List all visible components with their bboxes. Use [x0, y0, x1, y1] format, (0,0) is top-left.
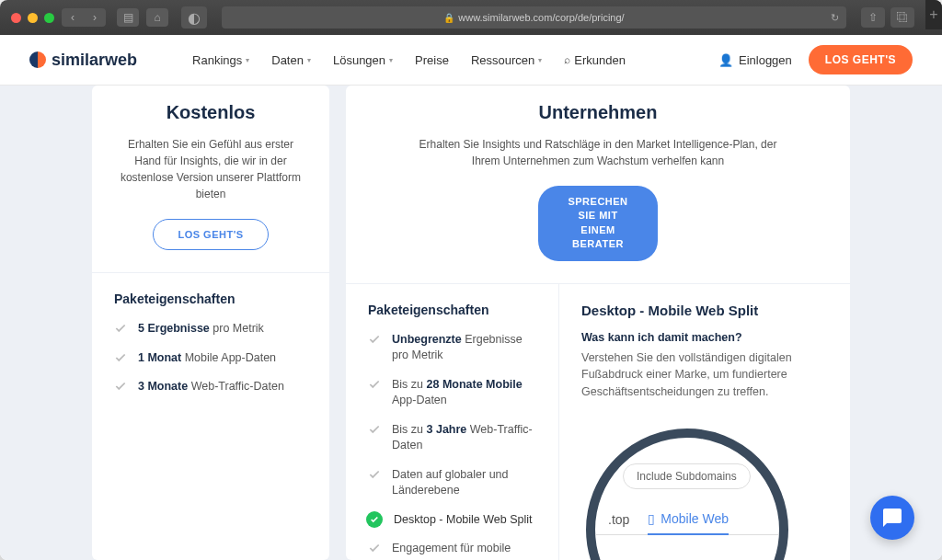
plan-enterprise-title: Unternehmen: [368, 102, 828, 123]
check-icon: [368, 378, 381, 391]
preview-tab-desktop: .top: [608, 511, 629, 535]
plan-enterprise-features: Paketeigenschaften Unbegrenzte Ergebniss…: [346, 284, 558, 560]
feature-item[interactable]: Unbegrenzte Ergebnisse pro Metrik: [368, 332, 536, 364]
address-bar[interactable]: 🔒 www.similarweb.com/corp/de/pricing/ ↻: [222, 6, 846, 29]
logo-icon: [29, 51, 46, 68]
check-icon: [368, 333, 381, 346]
site-header: similarweb Rankings▾ Daten▾ Lösungen▾ Pr…: [0, 35, 942, 86]
chevron-down-icon: ▾: [246, 56, 249, 64]
nav-loesungen[interactable]: Lösungen▾: [333, 53, 393, 67]
main-nav: Rankings▾ Daten▾ Lösungen▾ Preise Ressou…: [192, 53, 626, 67]
browser-chrome: ‹ › ▤ ⌂ ◐ 🔒 www.similarweb.com/corp/de/p…: [0, 0, 942, 35]
feature-item[interactable]: Bis zu 28 Monate Mobile App-Daten: [368, 377, 536, 409]
site-logo[interactable]: similarweb: [29, 51, 137, 70]
feature-detail-panel: Desktop - Mobile Web Split Was kann ich …: [559, 284, 850, 560]
features-title: Paketeigenschaften: [368, 303, 536, 317]
nav-ressourcen[interactable]: Ressourcen▾: [471, 53, 542, 67]
feature-item[interactable]: Daten auf globaler und Länderebene: [368, 467, 536, 499]
nav-daten[interactable]: Daten▾: [271, 53, 311, 67]
chevron-down-icon: ▾: [307, 56, 311, 64]
plan-free-desc: Erhalten Sie ein Gefühl aus erster Hand …: [114, 136, 307, 202]
chevron-down-icon: ▾: [389, 56, 393, 64]
search-icon: ⌕: [564, 53, 570, 66]
plan-enterprise-desc: Erhalten Sie Insights und Ratschläge in …: [405, 136, 791, 169]
plan-free-title: Kostenlos: [114, 102, 307, 123]
chat-icon: [881, 507, 903, 529]
plan-enterprise: Unternehmen Erhalten Sie Insights und Ra…: [346, 86, 850, 560]
forward-button[interactable]: ›: [84, 8, 106, 27]
features-title: Paketeigenschaften: [114, 291, 307, 306]
plan-free-head: Kostenlos Erhalten Sie ein Gefühl aus er…: [92, 86, 329, 273]
chat-widget-button[interactable]: [870, 496, 914, 540]
check-icon: [114, 380, 127, 393]
sidebar-toggle-icon[interactable]: ▤: [117, 8, 139, 27]
nav-back-forward: ‹ ›: [62, 8, 106, 27]
nav-erkunden[interactable]: ⌕Erkunden: [564, 53, 626, 67]
preview-subdomain-pill: Include Subdomains: [623, 463, 751, 489]
nav-rankings[interactable]: Rankings▾: [192, 53, 249, 67]
check-icon: [368, 542, 381, 554]
header-cta-button[interactable]: LOS GEHT'S: [809, 45, 913, 74]
plan-free-features: Paketeigenschaften 5 Ergebnisse pro Metr…: [92, 273, 329, 427]
check-icon: [368, 468, 381, 481]
lock-icon: 🔒: [443, 13, 454, 23]
new-tab-button[interactable]: +: [925, 0, 942, 29]
plan-enterprise-cta[interactable]: SPRECHEN SIE MIT EINEM BERATER: [538, 186, 658, 261]
tabs-icon[interactable]: ⿻: [890, 7, 914, 28]
reload-icon[interactable]: ↻: [831, 12, 839, 24]
enterprise-features-col: Paketeigenschaften Unbegrenzte Ergebniss…: [346, 284, 559, 560]
check-active-icon: [366, 511, 383, 528]
browser-window: ‹ › ▤ ⌂ ◐ 🔒 www.similarweb.com/corp/de/p…: [0, 0, 942, 560]
feature-item[interactable]: Engagement für mobile Apps: [368, 541, 536, 560]
plan-free-cta[interactable]: LOS GEHT'S: [153, 219, 268, 250]
preview-tab-mobile: ▯ Mobile Web: [648, 511, 729, 535]
minimize-window-icon[interactable]: [28, 13, 38, 23]
plan-enterprise-head: Unternehmen Erhalten Sie Insights und Ra…: [346, 86, 850, 284]
nav-preise[interactable]: Preise: [415, 53, 449, 67]
detail-text: Verstehen Sie den vollständigen digitale…: [581, 349, 828, 401]
feature-item[interactable]: Bis zu 3 Jahre Web-Traffic-Daten: [368, 422, 536, 454]
feature-preview: Include Subdomains .top ▯ Mobile Web: [581, 429, 828, 560]
check-icon: [114, 351, 127, 364]
feature-item: 1 Monat Mobile App-Daten: [114, 350, 307, 367]
logo-text: similarweb: [52, 51, 137, 70]
chevron-down-icon: ▾: [538, 56, 542, 64]
feature-item: 3 Monate Web-Traffic-Daten: [114, 379, 307, 395]
url-text: www.similarweb.com/corp/de/pricing/: [458, 12, 624, 23]
check-icon: [368, 423, 381, 436]
preview-tabs: .top ▯ Mobile Web: [595, 511, 779, 535]
preview-magnifier: Include Subdomains .top ▯ Mobile Web: [586, 429, 788, 560]
traffic-lights: [11, 13, 54, 23]
login-link[interactable]: 👤 Einloggen: [718, 53, 792, 67]
plan-free: Kostenlos Erhalten Sie ein Gefühl aus er…: [92, 86, 329, 560]
user-icon: 👤: [718, 53, 733, 67]
mobile-icon: ▯: [648, 511, 655, 526]
detail-title: Desktop - Mobile Web Split: [581, 303, 828, 318]
header-right: 👤 Einloggen LOS GEHT'S: [718, 45, 913, 74]
privacy-shield-icon[interactable]: ◐: [181, 6, 207, 29]
maximize-window-icon[interactable]: [44, 13, 54, 23]
share-icon[interactable]: ⇧: [861, 7, 885, 28]
home-button[interactable]: ⌂: [146, 8, 168, 27]
chrome-right-controls: ⇧ ⿻: [861, 7, 914, 28]
close-window-icon[interactable]: [11, 13, 21, 23]
feature-item: 5 Ergebnisse pro Metrik: [114, 321, 307, 337]
pricing-content: Kostenlos Erhalten Sie ein Gefühl aus er…: [0, 86, 942, 560]
check-icon: [114, 322, 127, 335]
detail-subtitle: Was kann ich damit machen?: [581, 331, 828, 344]
page-content: similarweb Rankings▾ Daten▾ Lösungen▾ Pr…: [0, 35, 942, 560]
feature-item-active[interactable]: Desktop - Mobile Web Split: [368, 512, 536, 529]
back-button[interactable]: ‹: [62, 8, 84, 27]
